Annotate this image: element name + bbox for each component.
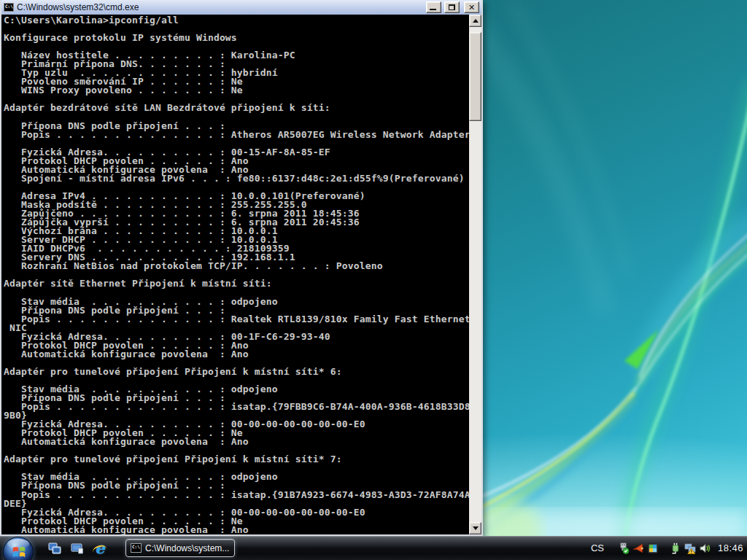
quick-launch: e [47,540,108,556]
restore-button[interactable] [444,1,460,13]
display-settings-icon[interactable] [647,542,659,554]
scroll-down-button[interactable] [469,522,481,534]
network-warning-icon[interactable] [684,542,696,554]
desktop[interactable]: C:\ C:\Windows\system32\cmd.exe ✕ C:\Use… [0,0,747,560]
scroll-thumb[interactable] [469,32,481,121]
internet-explorer-icon[interactable]: e [92,540,108,556]
show-desktop-icon[interactable] [69,540,85,556]
arrow-up-icon [473,19,479,23]
cmd-icon: C:\ [131,543,142,553]
titlebar[interactable]: C:\ C:\Windows\system32\cmd.exe ✕ [1,0,481,15]
start-button[interactable] [3,537,34,560]
task-button-label: C:\Windows\system... [145,543,229,553]
system-tray: CS [591,536,743,560]
language-indicator[interactable]: CS [591,542,604,553]
minimize-button[interactable] [426,1,441,13]
tray-clock[interactable]: 18:46 [718,542,743,553]
close-icon: ✕ [468,4,475,12]
arrow-down-icon [473,526,479,530]
window-title: C:\Windows\system32\cmd.exe [17,2,423,12]
cmd-window: C:\ C:\Windows\system32\cmd.exe ✕ C:\Use… [0,0,483,536]
console-viewport[interactable]: C:\Users\Karolina>ipconfig/all Konfigura… [1,15,469,534]
switch-windows-icon[interactable] [47,540,63,556]
volume-icon[interactable] [699,542,711,554]
close-button[interactable]: ✕ [464,1,479,13]
safely-remove-hardware-icon[interactable] [618,542,630,554]
power-plug-icon[interactable] [670,542,681,554]
taskbar-task-button[interactable]: C:\ C:\Windows\system... [125,539,235,557]
windows-logo-icon [11,544,27,560]
restore-icon [449,4,455,10]
audio-manager-icon[interactable] [632,542,644,554]
console-scrollbar[interactable] [469,15,481,534]
minimize-icon [430,9,436,10]
console-output: C:\Users\Karolina>ipconfig/all Konfigura… [1,15,469,534]
cmd-icon: C:\ [4,3,14,12]
taskbar: e C:\ C:\Windows\system... CS [0,536,747,560]
scroll-up-button[interactable] [469,15,481,27]
